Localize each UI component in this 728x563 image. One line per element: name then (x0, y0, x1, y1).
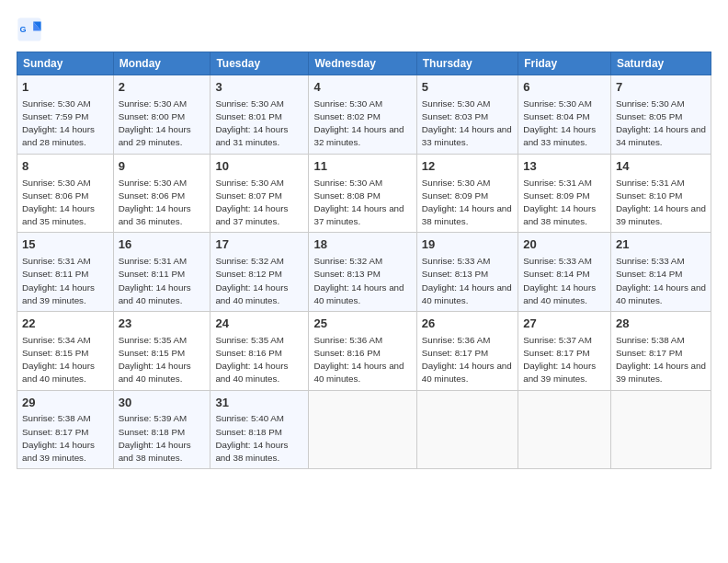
week-row-3: 15Sunrise: 5:31 AMSunset: 8:11 PMDayligh… (17, 233, 711, 312)
header-row: SundayMondayTuesdayWednesdayThursdayFrid… (17, 52, 711, 75)
day-info: Sunrise: 5:35 AMSunset: 8:15 PMDaylight:… (119, 334, 206, 386)
header: G (17, 17, 711, 42)
col-header-wednesday: Wednesday (309, 52, 416, 75)
logo-icon: G (17, 17, 42, 42)
day-info: Sunrise: 5:39 AMSunset: 8:18 PMDaylight:… (119, 412, 206, 465)
day-cell: 8Sunrise: 5:30 AMSunset: 8:06 PMDaylight… (17, 154, 114, 233)
day-cell: 29Sunrise: 5:38 AMSunset: 8:17 PMDayligh… (17, 390, 114, 469)
day-info: Sunrise: 5:30 AMSunset: 8:06 PMDaylight:… (119, 177, 206, 229)
day-number: 11 (313, 158, 411, 176)
day-cell: 26Sunrise: 5:36 AMSunset: 8:17 PMDayligh… (416, 311, 518, 390)
day-info: Sunrise: 5:30 AMSunset: 8:05 PMDaylight:… (616, 98, 706, 150)
day-cell: 7Sunrise: 5:30 AMSunset: 8:05 PMDaylight… (610, 75, 711, 155)
day-cell: 3Sunrise: 5:30 AMSunset: 8:01 PMDaylight… (210, 75, 309, 155)
day-info: Sunrise: 5:34 AMSunset: 8:15 PMDaylight:… (22, 334, 108, 386)
day-number: 13 (523, 158, 606, 176)
col-header-friday: Friday (518, 52, 611, 75)
day-number: 6 (523, 79, 606, 97)
day-cell (610, 390, 711, 469)
day-cell: 25Sunrise: 5:36 AMSunset: 8:16 PMDayligh… (309, 311, 416, 390)
day-number: 12 (422, 158, 513, 176)
day-cell (416, 390, 518, 469)
day-cell: 12Sunrise: 5:30 AMSunset: 8:09 PMDayligh… (416, 154, 518, 233)
day-number: 9 (119, 158, 206, 176)
day-cell: 4Sunrise: 5:30 AMSunset: 8:02 PMDaylight… (309, 75, 416, 155)
day-number: 22 (22, 316, 108, 333)
day-number: 31 (215, 395, 303, 412)
day-cell: 30Sunrise: 5:39 AMSunset: 8:18 PMDayligh… (113, 390, 210, 469)
day-number: 28 (616, 316, 706, 333)
day-number: 14 (616, 158, 706, 176)
day-number: 19 (422, 236, 513, 254)
day-info: Sunrise: 5:31 AMSunset: 8:11 PMDaylight:… (22, 255, 108, 307)
day-info: Sunrise: 5:32 AMSunset: 8:12 PMDaylight:… (215, 255, 303, 307)
day-number: 16 (119, 236, 206, 254)
day-cell: 6Sunrise: 5:30 AMSunset: 8:04 PMDaylight… (518, 75, 611, 155)
week-row-5: 29Sunrise: 5:38 AMSunset: 8:17 PMDayligh… (17, 390, 711, 469)
day-cell: 1Sunrise: 5:30 AMSunset: 7:59 PMDaylight… (17, 75, 114, 155)
day-cell: 5Sunrise: 5:30 AMSunset: 8:03 PMDaylight… (416, 75, 518, 155)
day-info: Sunrise: 5:30 AMSunset: 8:08 PMDaylight:… (313, 177, 411, 229)
day-info: Sunrise: 5:36 AMSunset: 8:17 PMDaylight:… (422, 334, 513, 386)
day-number: 20 (523, 236, 606, 254)
day-info: Sunrise: 5:31 AMSunset: 8:09 PMDaylight:… (523, 177, 606, 229)
svg-text:G: G (20, 25, 27, 34)
day-cell: 16Sunrise: 5:31 AMSunset: 8:11 PMDayligh… (113, 233, 210, 312)
day-info: Sunrise: 5:38 AMSunset: 8:17 PMDaylight:… (616, 334, 706, 386)
day-info: Sunrise: 5:36 AMSunset: 8:16 PMDaylight:… (313, 334, 411, 386)
day-info: Sunrise: 5:38 AMSunset: 8:17 PMDaylight:… (22, 412, 108, 465)
week-row-4: 22Sunrise: 5:34 AMSunset: 8:15 PMDayligh… (17, 311, 711, 390)
day-info: Sunrise: 5:31 AMSunset: 8:10 PMDaylight:… (616, 177, 706, 229)
day-cell: 22Sunrise: 5:34 AMSunset: 8:15 PMDayligh… (17, 311, 114, 390)
day-number: 8 (22, 158, 108, 176)
day-number: 1 (22, 79, 108, 97)
day-number: 29 (22, 395, 108, 412)
day-number: 23 (119, 316, 206, 333)
day-info: Sunrise: 5:30 AMSunset: 8:00 PMDaylight:… (119, 98, 206, 150)
day-number: 21 (616, 236, 706, 254)
day-info: Sunrise: 5:30 AMSunset: 7:59 PMDaylight:… (22, 98, 108, 150)
day-number: 15 (22, 236, 108, 254)
day-number: 26 (422, 316, 513, 333)
day-info: Sunrise: 5:30 AMSunset: 8:01 PMDaylight:… (215, 98, 303, 150)
day-number: 24 (215, 316, 303, 333)
day-number: 4 (313, 79, 411, 97)
day-number: 25 (313, 316, 411, 333)
logo: G (17, 17, 46, 42)
day-number: 17 (215, 236, 303, 254)
day-cell: 2Sunrise: 5:30 AMSunset: 8:00 PMDaylight… (113, 75, 210, 155)
day-cell: 17Sunrise: 5:32 AMSunset: 8:12 PMDayligh… (210, 233, 309, 312)
day-info: Sunrise: 5:31 AMSunset: 8:11 PMDaylight:… (119, 255, 206, 307)
day-cell: 19Sunrise: 5:33 AMSunset: 8:13 PMDayligh… (416, 233, 518, 312)
day-info: Sunrise: 5:33 AMSunset: 8:14 PMDaylight:… (523, 255, 606, 307)
day-info: Sunrise: 5:33 AMSunset: 8:13 PMDaylight:… (422, 255, 513, 307)
page: G SundayMondayTuesdayWednesdayThursdayFr… (0, 0, 728, 563)
day-cell: 28Sunrise: 5:38 AMSunset: 8:17 PMDayligh… (610, 311, 711, 390)
day-cell: 14Sunrise: 5:31 AMSunset: 8:10 PMDayligh… (610, 154, 711, 233)
day-cell: 15Sunrise: 5:31 AMSunset: 8:11 PMDayligh… (17, 233, 114, 312)
day-cell: 27Sunrise: 5:37 AMSunset: 8:17 PMDayligh… (518, 311, 611, 390)
col-header-thursday: Thursday (416, 52, 518, 75)
day-cell: 18Sunrise: 5:32 AMSunset: 8:13 PMDayligh… (309, 233, 416, 312)
day-info: Sunrise: 5:30 AMSunset: 8:02 PMDaylight:… (313, 98, 411, 150)
day-cell: 23Sunrise: 5:35 AMSunset: 8:15 PMDayligh… (113, 311, 210, 390)
day-cell: 10Sunrise: 5:30 AMSunset: 8:07 PMDayligh… (210, 154, 309, 233)
day-info: Sunrise: 5:37 AMSunset: 8:17 PMDaylight:… (523, 334, 606, 386)
day-info: Sunrise: 5:35 AMSunset: 8:16 PMDaylight:… (215, 334, 303, 386)
day-cell: 20Sunrise: 5:33 AMSunset: 8:14 PMDayligh… (518, 233, 611, 312)
col-header-saturday: Saturday (610, 52, 711, 75)
day-cell: 13Sunrise: 5:31 AMSunset: 8:09 PMDayligh… (518, 154, 611, 233)
day-cell: 31Sunrise: 5:40 AMSunset: 8:18 PMDayligh… (210, 390, 309, 469)
day-info: Sunrise: 5:30 AMSunset: 8:07 PMDaylight:… (215, 177, 303, 229)
day-number: 27 (523, 316, 606, 333)
day-info: Sunrise: 5:30 AMSunset: 8:03 PMDaylight:… (422, 98, 513, 150)
day-info: Sunrise: 5:30 AMSunset: 8:04 PMDaylight:… (523, 98, 606, 150)
col-header-tuesday: Tuesday (210, 52, 309, 75)
day-info: Sunrise: 5:33 AMSunset: 8:14 PMDaylight:… (616, 255, 706, 307)
day-number: 18 (313, 236, 411, 254)
day-cell: 9Sunrise: 5:30 AMSunset: 8:06 PMDaylight… (113, 154, 210, 233)
day-number: 7 (616, 79, 706, 97)
col-header-sunday: Sunday (17, 52, 114, 75)
day-number: 3 (215, 79, 303, 97)
day-cell (309, 390, 416, 469)
